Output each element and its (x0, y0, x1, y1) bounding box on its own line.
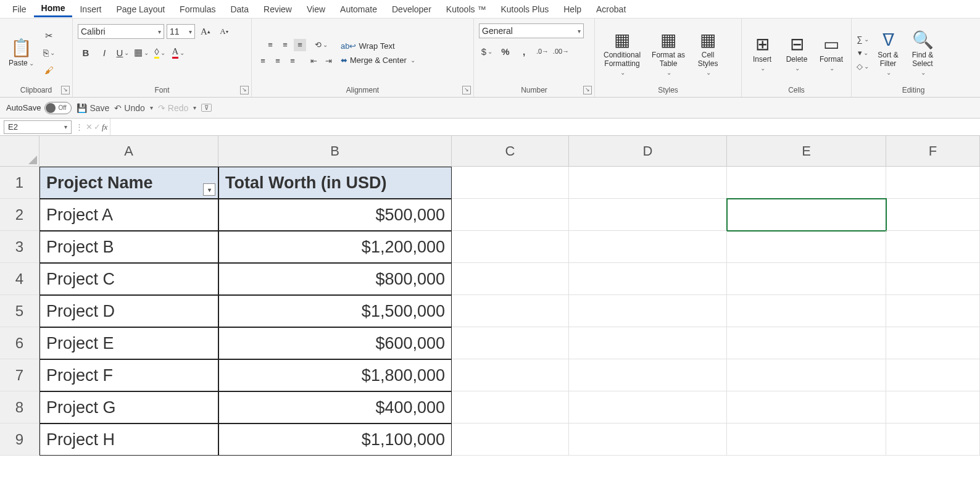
cell-B5[interactable]: $1,500,000 (218, 295, 452, 327)
cell-D7[interactable] (569, 359, 727, 391)
enter-formula-icon[interactable]: ✓ (94, 122, 101, 132)
cell-E4[interactable] (727, 263, 886, 295)
cell-F5[interactable] (886, 295, 980, 327)
format-painter-button[interactable]: 🖌 (41, 62, 57, 78)
conditional-formatting-button[interactable]: ▦ ConditionalFormatting (600, 28, 644, 77)
cell-E3[interactable] (727, 231, 886, 263)
row-header-6[interactable]: 6 (0, 327, 39, 359)
number-format-select[interactable]: General▾ (479, 23, 584, 38)
clear-button[interactable]: ◇ (857, 60, 869, 73)
cell-E7[interactable] (727, 359, 886, 391)
col-header-B[interactable]: B (218, 136, 452, 167)
cell-F9[interactable] (886, 424, 980, 456)
delete-cells-button[interactable]: ⊟Delete (781, 33, 812, 73)
cell-F8[interactable] (886, 391, 980, 424)
align-right-button[interactable]: ≡ (286, 55, 299, 67)
cell-D6[interactable] (569, 327, 727, 359)
borders-button[interactable]: ▦ (133, 44, 149, 60)
fx-icon[interactable]: fx (102, 122, 107, 132)
cell-F4[interactable] (886, 263, 980, 295)
accounting-format-button[interactable]: $ (479, 43, 495, 59)
fill-color-button[interactable]: ◊ (152, 44, 168, 60)
font-dialog-launcher[interactable]: ↘ (240, 86, 249, 94)
cell-C6[interactable] (452, 327, 569, 359)
cell-styles-button[interactable]: ▦ CellStyles (692, 28, 723, 77)
decrease-decimal-button[interactable]: .00→ (553, 43, 569, 59)
cell-E5[interactable] (727, 295, 886, 327)
clipboard-dialog-launcher[interactable]: ↘ (61, 86, 70, 94)
row-header-1[interactable]: 1 (0, 167, 39, 199)
tab-data[interactable]: Data (223, 2, 256, 17)
number-dialog-launcher[interactable]: ↘ (583, 86, 592, 94)
formula-input[interactable] (110, 119, 980, 135)
underline-button[interactable]: U (115, 44, 131, 60)
col-header-F[interactable]: F (886, 136, 980, 167)
align-bottom-button[interactable]: ≡ (294, 39, 306, 51)
cell-D9[interactable] (569, 424, 727, 456)
tab-page-layout[interactable]: Page Layout (109, 2, 172, 17)
align-middle-button[interactable]: ≡ (279, 39, 291, 51)
orientation-button[interactable]: ⟲ (315, 39, 327, 51)
cell-C7[interactable] (452, 359, 569, 391)
wrap-text-button[interactable]: ab↩ Wrap Text (341, 41, 395, 51)
cell-B9[interactable]: $1,100,000 (218, 424, 452, 456)
tab-help[interactable]: Help (556, 2, 589, 17)
cell-A9[interactable]: Project H (39, 424, 218, 456)
tab-kutools[interactable]: Kutools ™ (439, 2, 494, 17)
cell-B7[interactable]: $1,800,000 (218, 359, 452, 391)
cell-E6[interactable] (727, 327, 886, 359)
row-header-7[interactable]: 7 (0, 359, 39, 391)
percent-button[interactable]: % (497, 43, 513, 59)
tab-review[interactable]: Review (256, 2, 299, 17)
cell-A1[interactable]: Project Name ▾ (39, 167, 218, 199)
tab-developer[interactable]: Developer (384, 2, 439, 17)
tab-automate[interactable]: Automate (333, 2, 384, 17)
cell-D5[interactable] (569, 295, 727, 327)
cell-C2[interactable] (452, 199, 569, 231)
cell-E2[interactable] (727, 199, 886, 231)
align-left-button[interactable]: ≡ (257, 55, 269, 67)
insert-cells-button[interactable]: ⊞Insert (747, 33, 778, 73)
cell-D2[interactable] (569, 199, 727, 231)
format-cells-button[interactable]: ▭Format (816, 33, 847, 73)
cell-A2[interactable]: Project A (39, 199, 218, 231)
select-all-corner[interactable] (0, 136, 39, 167)
sort-filter-button[interactable]: ᐁSort &Filter (873, 28, 903, 77)
redo-button[interactable]: ↷Redo▾ (158, 103, 196, 113)
cell-D3[interactable] (569, 231, 727, 263)
cell-A4[interactable]: Project C (39, 263, 218, 295)
cell-A7[interactable]: Project F (39, 359, 218, 391)
col-header-D[interactable]: D (569, 136, 727, 167)
col-header-C[interactable]: C (452, 136, 569, 167)
cell-C3[interactable] (452, 231, 569, 263)
cell-A8[interactable]: Project G (39, 391, 218, 424)
row-header-8[interactable]: 8 (0, 391, 39, 424)
cell-A6[interactable]: Project E (39, 327, 218, 359)
row-header-3[interactable]: 3 (0, 231, 39, 263)
alignment-dialog-launcher[interactable]: ↘ (462, 86, 471, 94)
tab-file[interactable]: File (5, 2, 34, 17)
row-header-9[interactable]: 9 (0, 424, 39, 456)
col-header-A[interactable]: A (39, 136, 218, 167)
cell-F1[interactable] (886, 167, 980, 199)
autosave-toggle[interactable]: Off (44, 102, 72, 114)
comma-button[interactable]: , (516, 43, 532, 59)
cell-F7[interactable] (886, 359, 980, 391)
row-header-5[interactable]: 5 (0, 295, 39, 327)
qat-customize-button[interactable]: ⊽ (201, 104, 212, 112)
increase-decimal-button[interactable]: .0→ (534, 43, 550, 59)
cell-F2[interactable] (886, 199, 980, 231)
cell-B2[interactable]: $500,000 (218, 199, 452, 231)
cell-A3[interactable]: Project B (39, 231, 218, 263)
cell-E1[interactable] (727, 167, 886, 199)
tab-kutools-plus[interactable]: Kutools Plus (493, 2, 556, 17)
cell-F3[interactable] (886, 231, 980, 263)
cell-C4[interactable] (452, 263, 569, 295)
filter-button[interactable]: ▾ (203, 183, 215, 196)
cell-B1[interactable]: Total Worth (in USD) (218, 167, 452, 199)
tab-home[interactable]: Home (34, 1, 73, 17)
cell-B6[interactable]: $600,000 (218, 327, 452, 359)
tab-view[interactable]: View (299, 2, 333, 17)
bold-button[interactable]: B (78, 44, 94, 60)
decrease-indent-button[interactable]: ⇤ (307, 55, 320, 67)
